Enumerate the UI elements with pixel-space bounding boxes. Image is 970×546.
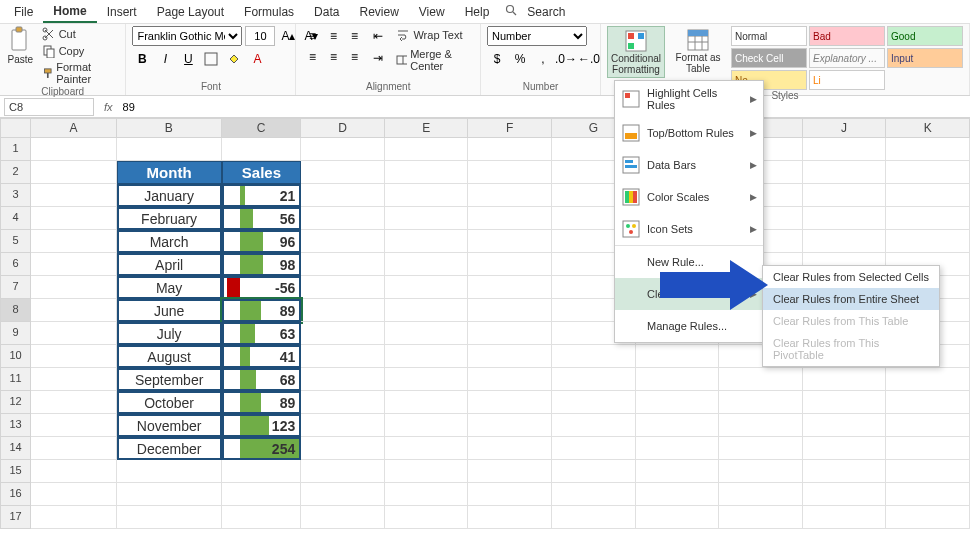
cell-H13[interactable] [636, 414, 720, 437]
cell-E9[interactable] [385, 322, 469, 345]
cell-D12[interactable] [301, 391, 385, 414]
cell-G16[interactable] [552, 483, 636, 506]
cell-B13[interactable]: November [117, 414, 222, 437]
submenu-item[interactable]: Clear Rules from Entire Sheet [763, 288, 939, 310]
cell-J12[interactable] [803, 391, 887, 414]
increase-font-icon[interactable]: A▴ [278, 26, 298, 46]
align-right-icon[interactable]: ≡ [344, 47, 364, 67]
cell-A2[interactable] [31, 161, 117, 184]
cell-E13[interactable] [385, 414, 469, 437]
cell-H15[interactable] [636, 460, 720, 483]
cell-C10[interactable]: 41 [222, 345, 302, 368]
cell-C4[interactable]: 56 [222, 207, 302, 230]
row-header[interactable]: 17 [0, 506, 31, 529]
tab-home[interactable]: Home [43, 1, 96, 23]
cell-H14[interactable] [636, 437, 720, 460]
cell-D2[interactable] [301, 161, 385, 184]
col-header-f[interactable]: F [468, 118, 552, 138]
cell-B10[interactable]: August [117, 345, 222, 368]
cell-C14[interactable]: 254 [222, 437, 302, 460]
cell-B7[interactable]: May [117, 276, 222, 299]
cell-F15[interactable] [468, 460, 552, 483]
cell-G17[interactable] [552, 506, 636, 529]
tab-insert[interactable]: Insert [97, 2, 147, 22]
cell-C2[interactable]: Sales [222, 161, 302, 184]
cell-F10[interactable] [468, 345, 552, 368]
cell-E14[interactable] [385, 437, 469, 460]
cell-B5[interactable]: March [117, 230, 222, 253]
row-header[interactable]: 8 [0, 299, 31, 322]
cell-E2[interactable] [385, 161, 469, 184]
row-header[interactable]: 12 [0, 391, 31, 414]
row-header[interactable]: 15 [0, 460, 31, 483]
cell-J14[interactable] [803, 437, 887, 460]
col-header-k[interactable]: K [886, 118, 970, 138]
row-header[interactable]: 7 [0, 276, 31, 299]
cf-menu-item[interactable]: Icon Sets▶ [615, 213, 763, 245]
cell-F16[interactable] [468, 483, 552, 506]
cell-J5[interactable] [803, 230, 887, 253]
cell-B14[interactable]: December [117, 437, 222, 460]
cell-C8[interactable]: 89 [222, 299, 302, 322]
style-input[interactable]: Input [887, 48, 963, 68]
cell-H12[interactable] [636, 391, 720, 414]
cell-I13[interactable] [719, 414, 803, 437]
cell-D6[interactable] [301, 253, 385, 276]
tab-review[interactable]: Review [349, 2, 408, 22]
cell-B1[interactable] [117, 138, 222, 161]
underline-button[interactable]: U [178, 49, 198, 69]
cell-E11[interactable] [385, 368, 469, 391]
cell-E12[interactable] [385, 391, 469, 414]
cell-A15[interactable] [31, 460, 117, 483]
cell-K16[interactable] [886, 483, 970, 506]
cell-A13[interactable] [31, 414, 117, 437]
cell-B3[interactable]: January [117, 184, 222, 207]
font-size-input[interactable] [245, 26, 275, 46]
cell-D8[interactable] [301, 299, 385, 322]
cell-A1[interactable] [31, 138, 117, 161]
name-box[interactable]: C8 [4, 98, 94, 116]
border-button[interactable] [201, 49, 221, 69]
cell-J11[interactable] [803, 368, 887, 391]
cell-F12[interactable] [468, 391, 552, 414]
cell-C13[interactable]: 123 [222, 414, 302, 437]
cell-I17[interactable] [719, 506, 803, 529]
cell-D10[interactable] [301, 345, 385, 368]
tab-formulas[interactable]: Formulas [234, 2, 304, 22]
cell-C12[interactable]: 89 [222, 391, 302, 414]
cell-A17[interactable] [31, 506, 117, 529]
cell-K1[interactable] [886, 138, 970, 161]
cell-F2[interactable] [468, 161, 552, 184]
style-bad[interactable]: Bad [809, 26, 885, 46]
cell-styles-gallery[interactable]: Normal Bad Good Check Cell Explanatory .… [731, 26, 963, 90]
increase-decimal-icon[interactable]: .0→ [556, 49, 576, 69]
cell-E7[interactable] [385, 276, 469, 299]
fx-icon[interactable]: fx [104, 101, 113, 113]
col-header-c[interactable]: C [222, 118, 302, 138]
cell-G15[interactable] [552, 460, 636, 483]
number-format-select[interactable]: Number [487, 26, 587, 46]
cell-F8[interactable] [468, 299, 552, 322]
bold-button[interactable]: B [132, 49, 152, 69]
cell-E5[interactable] [385, 230, 469, 253]
tab-page-layout[interactable]: Page Layout [147, 2, 234, 22]
cell-D15[interactable] [301, 460, 385, 483]
cell-G11[interactable] [552, 368, 636, 391]
decrease-decimal-icon[interactable]: ←.0 [579, 49, 599, 69]
format-painter-button[interactable]: Format Painter [39, 60, 120, 86]
cut-button[interactable]: Cut [39, 26, 120, 42]
percent-icon[interactable]: % [510, 49, 530, 69]
cell-F7[interactable] [468, 276, 552, 299]
cell-K13[interactable] [886, 414, 970, 437]
font-name-select[interactable]: Franklin Gothic Me [132, 26, 242, 46]
comma-icon[interactable]: , [533, 49, 553, 69]
tab-file[interactable]: File [4, 2, 43, 22]
fill-color-button[interactable] [224, 49, 244, 69]
paste-button[interactable]: Paste [6, 26, 35, 65]
cf-menu-item[interactable]: New Rule... [615, 245, 763, 278]
col-header-j[interactable]: J [803, 118, 887, 138]
cell-E17[interactable] [385, 506, 469, 529]
cell-D13[interactable] [301, 414, 385, 437]
cell-C11[interactable]: 68 [222, 368, 302, 391]
cell-E10[interactable] [385, 345, 469, 368]
